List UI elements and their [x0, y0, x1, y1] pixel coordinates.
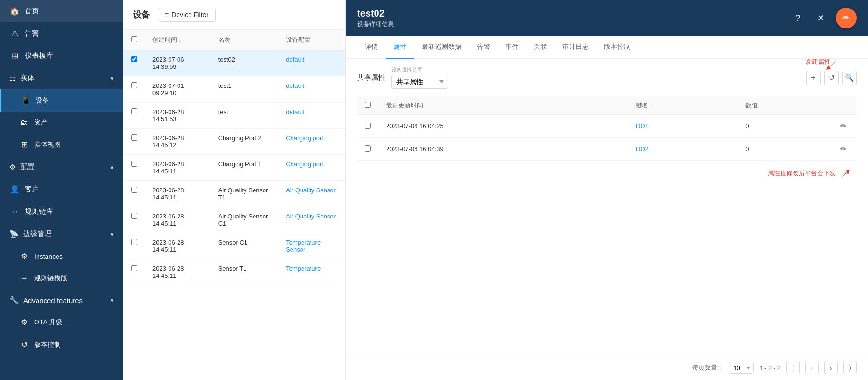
- attr-key: DO2: [628, 138, 738, 161]
- table-row[interactable]: 2023-06-28 14:45:11 Charging Port 1 Char…: [123, 155, 345, 181]
- device-filter-button[interactable]: ≡ Device Filter: [158, 8, 216, 22]
- device-name-cell: Air Quality Sensor T1: [211, 181, 279, 207]
- value-header: 数值: [738, 96, 833, 115]
- sidebar-item-entity-view[interactable]: ⊞ 实体视图: [0, 133, 123, 156]
- edit-icon: ✏: [842, 12, 850, 24]
- refresh-button[interactable]: ↺: [824, 71, 839, 85]
- device-title: test02: [357, 8, 394, 19]
- scope-selector-group: 设备属性范围 共享属性: [391, 66, 448, 89]
- sidebar-item-alarm[interactable]: ⚠ 告警: [0, 22, 123, 45]
- row-checkbox[interactable]: [131, 187, 137, 193]
- device-config-cell: default: [278, 76, 345, 103]
- sidebar-item-home-label: 首页: [25, 7, 39, 16]
- sidebar-item-rule-chain[interactable]: ↔ 规则链库: [0, 200, 123, 223]
- instances-icon: ⚙: [19, 252, 29, 261]
- tab-detail[interactable]: 详情: [357, 36, 386, 59]
- sidebar-item-device[interactable]: 📱 设备: [0, 89, 123, 112]
- sidebar-item-advanced[interactable]: 🔧 Advanced features ∧: [0, 289, 123, 311]
- row-checkbox[interactable]: [131, 161, 137, 167]
- create-time-header: 创建时间 ↓: [145, 30, 211, 50]
- create-time-cell: 2023-07-06 14:39:59: [145, 50, 211, 76]
- scope-select[interactable]: 共享属性: [391, 75, 448, 89]
- attr-row-checkbox[interactable]: [365, 145, 371, 152]
- key-header: 键名 ↑: [628, 96, 738, 115]
- tab-audit[interactable]: 审计日志: [555, 36, 596, 59]
- sidebar-item-config[interactable]: ⚙ 配置 ∨: [0, 156, 123, 178]
- close-button[interactable]: ✕: [813, 10, 828, 26]
- device-name-cell: test02: [211, 50, 279, 76]
- sidebar-item-dashboard-label: 仪表板库: [25, 51, 53, 60]
- row-checkbox[interactable]: [131, 134, 137, 141]
- sidebar-item-home[interactable]: 🏠 首页: [0, 0, 123, 22]
- help-button[interactable]: ?: [790, 10, 805, 26]
- select-all-checkbox[interactable]: [131, 36, 137, 42]
- attr-edit-button[interactable]: ✏: [840, 144, 847, 153]
- name-header: 名称: [211, 30, 279, 50]
- row-checkbox[interactable]: [131, 108, 137, 114]
- version-ctrl-icon: ↺: [19, 340, 29, 349]
- next-page-button[interactable]: ›: [824, 361, 838, 374]
- table-row[interactable]: 2023-06-28 14:45:11 Air Quality Sensor C…: [123, 207, 345, 233]
- sidebar-item-instances-label: Instances: [34, 253, 63, 260]
- table-row[interactable]: 2023-07-01 09:29:10 test1 default: [123, 76, 345, 103]
- prev-page-button[interactable]: ‹: [805, 361, 819, 374]
- sidebar-item-ota-label: OTA 升级: [34, 318, 62, 327]
- refresh-icon: ↺: [829, 73, 835, 82]
- table-row[interactable]: 2023-06-28 14:45:11 Air Quality Sensor T…: [123, 181, 345, 207]
- tab-event[interactable]: 事件: [498, 36, 526, 59]
- device-subtitle: 设备详细信息: [357, 20, 394, 28]
- search-icon: 🔍: [845, 73, 854, 82]
- sidebar-item-edge[interactable]: 📡 边缘管理 ∧: [0, 223, 123, 245]
- edge-chevron-icon: ∧: [110, 231, 114, 238]
- sidebar-item-instances[interactable]: ⚙ Instances: [0, 245, 123, 267]
- sidebar-item-entity[interactable]: ☷ 实体 ∧: [0, 67, 123, 89]
- sidebar-item-customer[interactable]: 👤 客户: [0, 178, 123, 200]
- table-row[interactable]: 2023-07-06 14:39:59 test02 default: [123, 50, 345, 76]
- tab-alarm[interactable]: 告警: [469, 36, 498, 59]
- sidebar-item-version-ctrl[interactable]: ↺ 版本控制: [0, 333, 123, 356]
- sidebar-item-advanced-label: Advanced features: [23, 296, 83, 304]
- search-button[interactable]: 🔍: [842, 71, 857, 85]
- edit-fab-button[interactable]: ✏: [836, 8, 857, 28]
- row-checkbox[interactable]: [131, 239, 137, 245]
- detail-header-right: ? ✕ ✏: [790, 8, 857, 28]
- detail-header-left: test02 设备详细信息: [357, 8, 394, 28]
- edge-icon: 📡: [9, 230, 19, 238]
- sidebar-item-edge-label: 边缘管理: [23, 229, 52, 238]
- table-row[interactable]: 2023-06-28 14:45:11 Sensor C1 Temperatur…: [123, 233, 345, 259]
- help-icon: ?: [795, 13, 800, 23]
- table-row[interactable]: 2023-06-28 14:45:11 Sensor T1 Temperatur…: [123, 259, 345, 285]
- add-attribute-button[interactable]: +: [806, 71, 821, 85]
- ota-icon: ⚙: [19, 318, 29, 327]
- tab-relation[interactable]: 关联: [526, 36, 555, 59]
- row-checkbox[interactable]: [131, 265, 137, 271]
- sidebar-item-ota[interactable]: ⚙ OTA 升级: [0, 311, 123, 333]
- create-time-cell: 2023-06-28 14:45:11: [145, 181, 211, 207]
- sidebar-item-asset[interactable]: 🗂 资产: [0, 112, 123, 133]
- sidebar-item-rule-chain-tpl[interactable]: ↔ 规则链模版: [0, 267, 123, 289]
- row-checkbox[interactable]: [131, 213, 137, 219]
- sidebar-item-dashboard[interactable]: ⊞ 仪表板库: [0, 45, 123, 67]
- row-checkbox[interactable]: [131, 82, 137, 88]
- device-config-cell: Charging port: [278, 155, 345, 181]
- table-row[interactable]: 2023-06-28 14:51:53 test default: [123, 103, 345, 129]
- attr-select-all-checkbox[interactable]: [365, 102, 371, 108]
- device-name-cell: Air Quality Sensor C1: [211, 207, 279, 233]
- home-icon: 🏠: [9, 7, 20, 16]
- close-icon: ✕: [817, 13, 824, 23]
- attr-edit-button[interactable]: ✏: [840, 122, 847, 131]
- attr-row-checkbox[interactable]: [365, 123, 371, 129]
- tab-attributes[interactable]: 属性: [386, 36, 414, 59]
- tab-version[interactable]: 版本控制: [596, 36, 638, 59]
- row-checkbox[interactable]: [131, 56, 137, 62]
- advanced-icon: 🔧: [9, 296, 19, 304]
- first-page-button[interactable]: ⟨: [786, 361, 800, 374]
- attr-section-label: 共享属性: [357, 73, 386, 82]
- tab-telemetry[interactable]: 最新遥测数据: [414, 36, 469, 59]
- table-row[interactable]: 2023-06-28 14:45:12 Charging Port 2 Char…: [123, 129, 345, 155]
- create-time-cell: 2023-07-01 09:29:10: [145, 76, 211, 103]
- device-config-cell: Temperature: [278, 259, 345, 285]
- per-page-select[interactable]: 102050100: [729, 362, 754, 374]
- key-sort-icon: ↑: [650, 103, 653, 108]
- last-page-button[interactable]: ⟩: [843, 361, 857, 374]
